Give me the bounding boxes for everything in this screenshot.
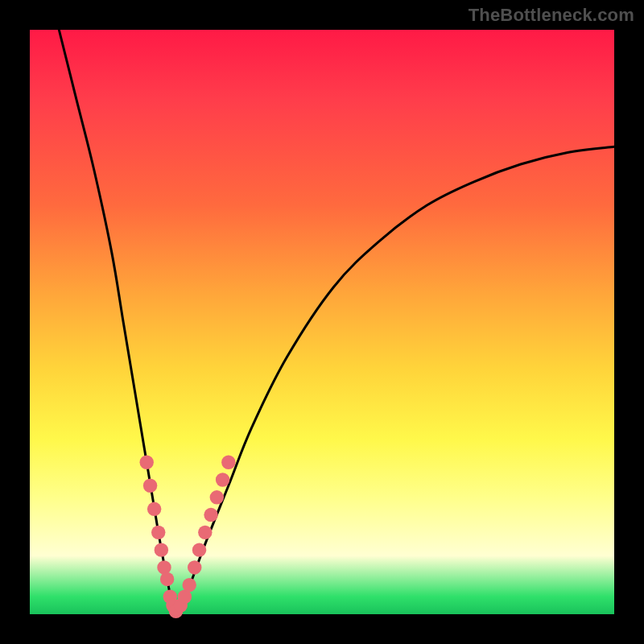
curve-marker xyxy=(188,560,201,574)
curve-marker xyxy=(155,543,168,556)
plot-area xyxy=(30,30,614,614)
curve-marker xyxy=(198,526,212,539)
curve-marker xyxy=(221,456,235,469)
curve-marker xyxy=(151,526,165,539)
curve-marker xyxy=(182,578,196,592)
curve-marker xyxy=(192,543,206,556)
curve-marker xyxy=(210,490,224,504)
bottleneck-curve xyxy=(59,30,614,614)
curve-markers xyxy=(139,456,235,619)
bottleneck-curve-svg xyxy=(30,30,614,614)
curve-marker xyxy=(157,560,171,574)
curve-marker xyxy=(204,508,217,522)
curve-marker xyxy=(216,473,229,486)
curve-marker xyxy=(143,479,157,493)
watermark-text: TheBottleneck.com xyxy=(469,5,634,26)
chart-frame: TheBottleneck.com xyxy=(0,0,644,644)
curve-marker xyxy=(160,572,174,586)
curve-marker xyxy=(147,502,161,516)
curve-marker xyxy=(139,456,153,469)
